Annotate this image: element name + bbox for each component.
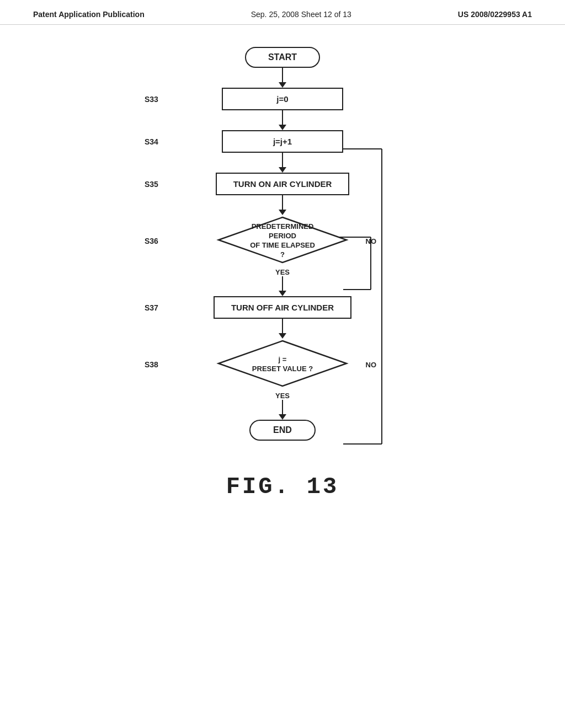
step-row-s36: S36 PREDETERMINED PERIODOF TIME ELAPSED … — [128, 215, 437, 267]
header-date-sheet: Sep. 25, 2008 Sheet 12 of 13 — [251, 10, 351, 19]
step-row-s33: S33 j=0 — [128, 88, 437, 110]
s36-yes-branch: YES — [275, 267, 290, 296]
arrow-s38-end — [279, 400, 286, 420]
diagram-area: START S33 j=0 S34 j=j+1 — [0, 25, 565, 500]
step-label-s38: S38 — [145, 360, 158, 369]
diamond-s36-wrapper: PREDETERMINED PERIODOF TIME ELAPSED ? NO — [216, 215, 349, 267]
diamond-s38-wrapper: j =PRESET VALUE ? NO — [216, 339, 349, 390]
node-s37: TURN OFF AIR CYLINDER — [214, 296, 351, 319]
step-row-s35: S35 TURN ON AIR CYLINDER — [128, 173, 437, 195]
arrow-s37-s38 — [279, 319, 286, 339]
s38-no-label: NO — [366, 361, 377, 369]
step-label-s37: S37 — [145, 303, 158, 312]
flowchart: START S33 j=0 S34 j=j+1 — [128, 47, 437, 441]
s36-yes-label: YES — [275, 268, 290, 276]
node-s36-text: PREDETERMINED PERIODOF TIME ELAPSED ? — [249, 222, 316, 260]
arrow-s36-s37 — [279, 276, 286, 296]
step-label-s33: S33 — [145, 95, 158, 104]
node-s33: j=0 — [222, 88, 343, 110]
step-row-s38: S38 j =PRESET VALUE ? NO — [128, 339, 437, 390]
end-node: END — [249, 420, 316, 441]
node-s38-text: j =PRESET VALUE ? — [252, 355, 313, 374]
s38-yes-branch: YES — [275, 390, 290, 420]
node-s35: TURN ON AIR CYLINDER — [216, 173, 350, 195]
step-label-s36: S36 — [145, 237, 158, 245]
s36-no-label: NO — [366, 237, 377, 245]
figure-caption: FIG. 13 — [128, 474, 437, 500]
arrow-s34-s35 — [279, 153, 286, 173]
arrow-s33-s34 — [279, 110, 286, 130]
page-header: Patent Application Publication Sep. 25, … — [0, 0, 565, 25]
header-publication: Patent Application Publication — [33, 10, 145, 19]
arrow-start-s33 — [279, 68, 286, 88]
arrow-s35-s36 — [279, 195, 286, 215]
s38-yes-label: YES — [275, 392, 290, 400]
step-row-s34: S34 j=j+1 — [128, 130, 437, 153]
node-s34: j=j+1 — [222, 130, 343, 153]
step-row-s37: S37 TURN OFF AIR CYLINDER — [128, 296, 437, 319]
step-label-s34: S34 — [145, 137, 158, 146]
header-patent-number: US 2008/0229953 A1 — [458, 10, 532, 19]
step-label-s35: S35 — [145, 180, 158, 189]
start-node: START — [245, 47, 320, 68]
